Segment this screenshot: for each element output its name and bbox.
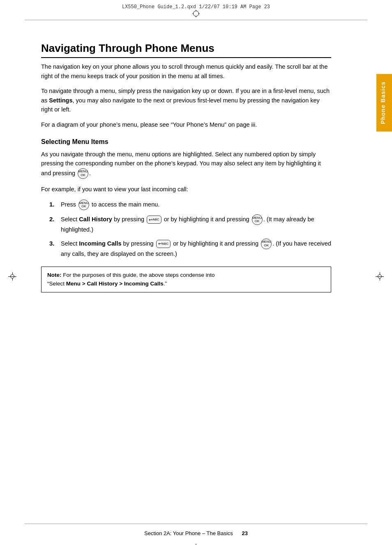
step3-2abc-button: ↩ABC xyxy=(156,240,171,248)
step-3-content: Select Incoming Calls by pressing ↩ABC o… xyxy=(61,239,331,258)
main-content: Navigating Through Phone Menus The navig… xyxy=(0,17,376,544)
step2-call-history-bold: Call History xyxy=(79,216,112,223)
step1-menu-button: MENUOK xyxy=(78,199,89,210)
note-text: For the purposes of this guide, the abov… xyxy=(47,272,215,286)
page-footer: Section 2A: Your Phone – The Basics 23 xyxy=(25,530,367,536)
steps-list: 1. Press MENUOK to access the main menu.… xyxy=(49,199,331,258)
section-heading: Selecting Menu Items xyxy=(41,138,331,146)
footer-text: Section 2A: Your Phone – The Basics xyxy=(144,530,233,536)
step3-menu-button: MENUOK xyxy=(261,239,272,249)
menu-ok-button-inline: MENUOK xyxy=(78,168,88,179)
step-1: 1. Press MENUOK to access the main menu. xyxy=(49,199,331,210)
page-wrapper: Navigating Through Phone Menus The navig… xyxy=(0,17,392,544)
print-header: LX550_Phone Guide_1.2.qxd 1/22/07 10:19 … xyxy=(0,0,392,10)
step2-menu-button: MENUOK xyxy=(252,214,263,225)
note-menu-path-bold: Menu > Call History > Incoming Calls xyxy=(66,281,164,287)
print-header-text: LX550_Phone Guide_1.2.qxd 1/22/07 10:19 … xyxy=(122,4,270,10)
step-3: 3. Select Incoming Calls by pressing ↩AB… xyxy=(49,239,331,258)
side-tab: Phone Basics xyxy=(376,74,392,132)
step-1-num: 1. xyxy=(49,199,61,209)
step-2: 2. Select Call History by pressing ↩ABC … xyxy=(49,214,331,234)
paragraph-1-text: The navigation key on your phone allows … xyxy=(41,63,327,79)
step3-incoming-calls-bold: Incoming Calls xyxy=(79,240,121,247)
footer-page-num: 23 xyxy=(242,530,248,536)
side-tab-label: Phone Basics xyxy=(380,81,386,124)
paragraph-3: For a diagram of your phone’s menu, plea… xyxy=(41,120,331,129)
crosshair-top xyxy=(0,10,392,17)
note-label: Note: xyxy=(47,272,62,278)
section-intro: As you navigate through the menu, menu o… xyxy=(41,150,331,179)
crosshair-circle-top xyxy=(193,11,199,16)
paragraph-3-text: For a diagram of your phone’s menu, plea… xyxy=(41,121,257,128)
step-2-num: 2. xyxy=(49,214,61,224)
step-1-content: Press MENUOK to access the main menu. xyxy=(61,199,331,210)
paragraph-2: To navigate through a menu, simply press… xyxy=(41,86,331,114)
example-lead-text: For example, if you want to view your la… xyxy=(41,186,188,192)
example-lead: For example, if you want to view your la… xyxy=(41,185,331,194)
note-box: Note: For the purposes of this guide, th… xyxy=(41,267,331,292)
step2-2abc-button: ↩ABC xyxy=(147,216,161,224)
paragraph-1: The navigation key on your phone allows … xyxy=(41,62,331,81)
step-3-num: 3. xyxy=(49,239,61,248)
settings-bold: Settings xyxy=(49,97,72,104)
step-2-content: Select Call History by pressing ↩ABC or … xyxy=(61,214,331,234)
chapter-title: Navigating Through Phone Menus xyxy=(41,42,331,58)
